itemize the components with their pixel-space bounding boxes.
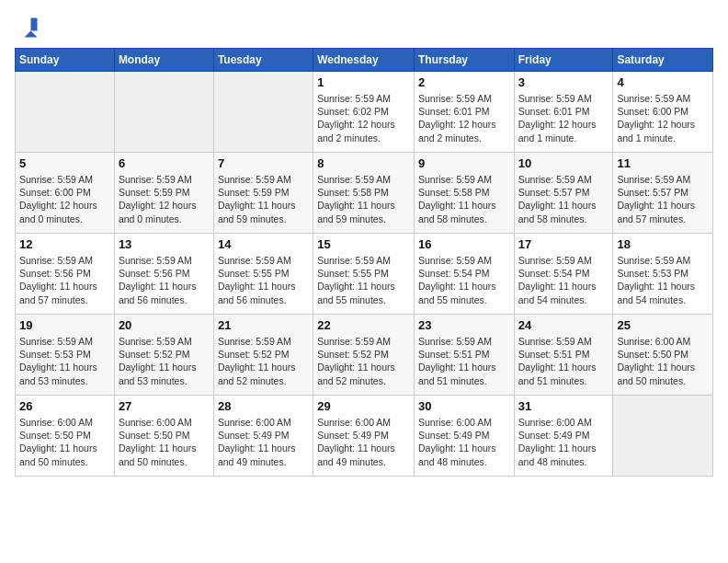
logo <box>15 15 44 40</box>
day-number: 2 <box>418 75 510 89</box>
svg-marker-0 <box>31 18 38 31</box>
day-info: Sunrise: 5:59 AMSunset: 5:59 PMDaylight:… <box>218 173 309 225</box>
day-number: 23 <box>418 318 510 332</box>
day-info: Sunrise: 5:59 AMSunset: 5:55 PMDaylight:… <box>218 254 309 306</box>
day-number: 5 <box>19 156 110 170</box>
day-info: Sunrise: 6:00 AMSunset: 5:50 PMDaylight:… <box>119 416 210 468</box>
day-info: Sunrise: 5:59 AMSunset: 5:54 PMDaylight:… <box>518 254 609 306</box>
day-info: Sunrise: 5:59 AMSunset: 6:00 PMDaylight:… <box>617 92 709 144</box>
day-info: Sunrise: 6:00 AMSunset: 5:49 PMDaylight:… <box>317 416 410 468</box>
day-info: Sunrise: 5:59 AMSunset: 6:01 PMDaylight:… <box>418 92 510 144</box>
calendar-cell <box>213 72 313 153</box>
calendar-cell: 15Sunrise: 5:59 AMSunset: 5:55 PMDayligh… <box>313 234 415 315</box>
day-number: 30 <box>418 399 510 413</box>
day-info: Sunrise: 5:59 AMSunset: 5:57 PMDaylight:… <box>617 173 709 225</box>
day-number: 6 <box>119 156 210 170</box>
day-number: 16 <box>418 237 510 251</box>
day-info: Sunrise: 5:59 AMSunset: 5:53 PMDaylight:… <box>19 335 110 387</box>
weekday-header-monday: Monday <box>114 49 213 72</box>
weekday-header-saturday: Saturday <box>613 49 713 72</box>
calendar-cell: 13Sunrise: 5:59 AMSunset: 5:56 PMDayligh… <box>114 234 213 315</box>
calendar-cell: 5Sunrise: 5:59 AMSunset: 6:00 PMDaylight… <box>16 153 115 234</box>
calendar-cell: 22Sunrise: 5:59 AMSunset: 5:52 PMDayligh… <box>313 315 415 396</box>
calendar-cell: 17Sunrise: 5:59 AMSunset: 5:54 PMDayligh… <box>514 234 613 315</box>
day-number: 7 <box>218 156 309 170</box>
calendar-cell: 21Sunrise: 5:59 AMSunset: 5:52 PMDayligh… <box>213 315 313 396</box>
calendar-cell: 31Sunrise: 6:00 AMSunset: 5:49 PMDayligh… <box>514 396 613 477</box>
calendar-cell: 10Sunrise: 5:59 AMSunset: 5:57 PMDayligh… <box>514 153 613 234</box>
calendar-cell: 6Sunrise: 5:59 AMSunset: 5:59 PMDaylight… <box>114 153 213 234</box>
week-row-3: 12Sunrise: 5:59 AMSunset: 5:56 PMDayligh… <box>16 234 713 315</box>
day-info: Sunrise: 5:59 AMSunset: 5:56 PMDaylight:… <box>19 254 110 306</box>
day-number: 18 <box>617 237 709 251</box>
day-info: Sunrise: 5:59 AMSunset: 5:55 PMDaylight:… <box>317 254 410 306</box>
calendar-cell: 26Sunrise: 6:00 AMSunset: 5:50 PMDayligh… <box>16 396 115 477</box>
weekday-header-thursday: Thursday <box>414 49 514 72</box>
day-info: Sunrise: 5:59 AMSunset: 5:58 PMDaylight:… <box>418 173 510 225</box>
day-number: 14 <box>218 237 309 251</box>
day-info: Sunrise: 5:59 AMSunset: 5:53 PMDaylight:… <box>617 254 709 306</box>
weekday-header-wednesday: Wednesday <box>313 49 415 72</box>
week-row-4: 19Sunrise: 5:59 AMSunset: 5:53 PMDayligh… <box>16 315 713 396</box>
week-row-5: 26Sunrise: 6:00 AMSunset: 5:50 PMDayligh… <box>16 396 713 477</box>
day-number: 26 <box>19 399 110 413</box>
svg-marker-1 <box>25 31 38 38</box>
calendar-cell <box>114 72 213 153</box>
calendar-cell: 2Sunrise: 5:59 AMSunset: 6:01 PMDaylight… <box>414 72 514 153</box>
day-info: Sunrise: 5:59 AMSunset: 5:51 PMDaylight:… <box>518 335 609 387</box>
day-number: 31 <box>518 399 609 413</box>
calendar-cell: 30Sunrise: 6:00 AMSunset: 5:49 PMDayligh… <box>414 396 514 477</box>
calendar-cell: 4Sunrise: 5:59 AMSunset: 6:00 PMDaylight… <box>613 72 713 153</box>
day-number: 21 <box>218 318 309 332</box>
calendar-cell: 24Sunrise: 5:59 AMSunset: 5:51 PMDayligh… <box>514 315 613 396</box>
day-info: Sunrise: 6:00 AMSunset: 5:49 PMDaylight:… <box>418 416 510 468</box>
day-info: Sunrise: 5:59 AMSunset: 5:59 PMDaylight:… <box>119 173 210 225</box>
calendar-cell: 23Sunrise: 5:59 AMSunset: 5:51 PMDayligh… <box>414 315 514 396</box>
calendar-cell: 20Sunrise: 5:59 AMSunset: 5:52 PMDayligh… <box>114 315 213 396</box>
day-number: 20 <box>119 318 210 332</box>
day-info: Sunrise: 5:59 AMSunset: 5:52 PMDaylight:… <box>317 335 410 387</box>
day-number: 4 <box>617 75 709 89</box>
day-info: Sunrise: 5:59 AMSunset: 5:52 PMDaylight:… <box>119 335 210 387</box>
calendar-cell: 18Sunrise: 5:59 AMSunset: 5:53 PMDayligh… <box>613 234 713 315</box>
week-row-1: 1Sunrise: 5:59 AMSunset: 6:02 PMDaylight… <box>16 72 713 153</box>
day-info: Sunrise: 5:59 AMSunset: 5:52 PMDaylight:… <box>218 335 309 387</box>
day-info: Sunrise: 5:59 AMSunset: 5:57 PMDaylight:… <box>518 173 609 225</box>
weekday-header-friday: Friday <box>514 49 613 72</box>
weekday-header-sunday: Sunday <box>16 49 115 72</box>
calendar-cell: 3Sunrise: 5:59 AMSunset: 6:01 PMDaylight… <box>514 72 613 153</box>
day-number: 3 <box>518 75 609 89</box>
day-info: Sunrise: 6:00 AMSunset: 5:49 PMDaylight:… <box>518 416 609 468</box>
day-number: 13 <box>119 237 210 251</box>
day-info: Sunrise: 6:00 AMSunset: 5:49 PMDaylight:… <box>218 416 309 468</box>
day-info: Sunrise: 5:59 AMSunset: 6:01 PMDaylight:… <box>518 92 609 144</box>
day-info: Sunrise: 6:00 AMSunset: 5:50 PMDaylight:… <box>617 335 709 387</box>
day-info: Sunrise: 5:59 AMSunset: 6:02 PMDaylight:… <box>317 92 410 144</box>
day-number: 15 <box>317 237 410 251</box>
day-info: Sunrise: 6:00 AMSunset: 5:50 PMDaylight:… <box>19 416 110 468</box>
calendar-cell: 16Sunrise: 5:59 AMSunset: 5:54 PMDayligh… <box>414 234 514 315</box>
calendar-cell: 29Sunrise: 6:00 AMSunset: 5:49 PMDayligh… <box>313 396 415 477</box>
day-info: Sunrise: 5:59 AMSunset: 5:56 PMDaylight:… <box>119 254 210 306</box>
calendar-cell <box>613 396 713 477</box>
logo-icon <box>15 15 40 40</box>
day-number: 24 <box>518 318 609 332</box>
calendar-cell: 9Sunrise: 5:59 AMSunset: 5:58 PMDaylight… <box>414 153 514 234</box>
calendar-cell <box>16 72 115 153</box>
day-number: 27 <box>119 399 210 413</box>
day-number: 25 <box>617 318 709 332</box>
page-header <box>15 15 713 40</box>
day-number: 17 <box>518 237 609 251</box>
weekday-header-tuesday: Tuesday <box>213 49 313 72</box>
day-number: 19 <box>19 318 110 332</box>
day-number: 9 <box>418 156 510 170</box>
calendar-cell: 28Sunrise: 6:00 AMSunset: 5:49 PMDayligh… <box>213 396 313 477</box>
calendar-table: SundayMondayTuesdayWednesdayThursdayFrid… <box>15 48 713 477</box>
day-number: 22 <box>317 318 410 332</box>
calendar-cell: 7Sunrise: 5:59 AMSunset: 5:59 PMDaylight… <box>213 153 313 234</box>
day-number: 28 <box>218 399 309 413</box>
day-number: 11 <box>617 156 709 170</box>
day-number: 12 <box>19 237 110 251</box>
day-info: Sunrise: 5:59 AMSunset: 5:54 PMDaylight:… <box>418 254 510 306</box>
day-info: Sunrise: 5:59 AMSunset: 5:51 PMDaylight:… <box>418 335 510 387</box>
